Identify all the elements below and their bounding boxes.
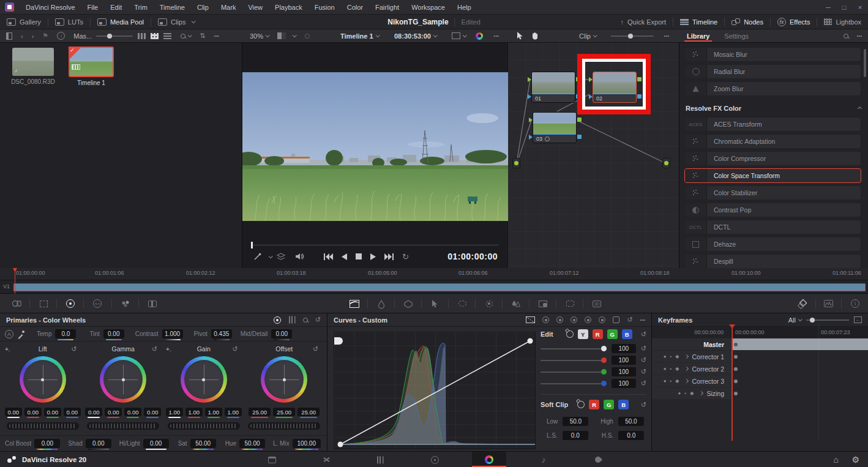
- audio-mute-icon[interactable]: [295, 253, 304, 260]
- hue-vs-sat-icon[interactable]: [556, 316, 563, 323]
- node-01[interactable]: 01: [531, 72, 575, 103]
- curve-edge-handle[interactable]: [334, 337, 343, 345]
- gamma-color-wheel[interactable]: [100, 356, 146, 403]
- sizing-icon[interactable]: [562, 297, 578, 310]
- power-window-icon[interactable]: [400, 297, 416, 310]
- sidebar-toggle-icon[interactable]: [6, 32, 12, 40]
- lift-b-field[interactable]: 0.00: [64, 408, 81, 416]
- list-view-icon[interactable]: [163, 33, 171, 39]
- r-gain-slider[interactable]: [541, 360, 607, 361]
- timeline-ruler[interactable]: 01:00:00:00 01:00:01:06 01:00:02:12 01:0…: [0, 268, 868, 280]
- menu-color[interactable]: Color: [341, 4, 369, 11]
- lift-reset-icon[interactable]: ↺: [71, 345, 77, 353]
- close-button[interactable]: ×: [852, 4, 868, 11]
- media-pool-button[interactable]: Media Pool: [91, 15, 151, 29]
- lift-color-wheel[interactable]: [20, 356, 66, 403]
- curve-custom-icon[interactable]: [526, 316, 535, 323]
- curves-reset-icon[interactable]: ↺: [627, 316, 632, 324]
- library-search-icon[interactable]: [844, 34, 848, 39]
- effect-dehaze[interactable]: Dehaze: [684, 237, 861, 252]
- effect-color-space-transform[interactable]: Color Space Transform: [684, 168, 861, 183]
- clips-button[interactable]: Clips: [151, 15, 201, 29]
- keyframes-filter-select[interactable]: All: [788, 316, 801, 324]
- mid-detail-field[interactable]: 0.00: [271, 329, 292, 338]
- output-node-icon[interactable]: [662, 158, 670, 168]
- color-page-button[interactable]: [472, 452, 506, 467]
- soft-clip-r-button[interactable]: R: [589, 400, 599, 409]
- effect-color-compressor[interactable]: Color Compressor: [684, 151, 861, 166]
- forward-icon[interactable]: ›: [32, 32, 34, 40]
- expand-chevron-icon[interactable]: [684, 354, 689, 359]
- channel-r-button[interactable]: R: [593, 329, 603, 339]
- timeline-panel-button[interactable]: Timeline: [673, 15, 724, 29]
- qualifier-icon[interactable]: [373, 297, 389, 310]
- g-gain-slider[interactable]: [541, 372, 607, 373]
- tab-library[interactable]: Library: [679, 29, 717, 42]
- deliver-page-button[interactable]: [581, 452, 615, 467]
- pointer-tool-icon[interactable]: [517, 32, 523, 40]
- effect-mosaic-blur[interactable]: Mosaic Blur: [684, 47, 861, 62]
- offset-g-field[interactable]: 25.00: [273, 408, 295, 416]
- menu-file[interactable]: File: [81, 4, 105, 11]
- white-balance-picker-icon[interactable]: [17, 331, 24, 338]
- filmstrip-view-icon[interactable]: [138, 33, 146, 39]
- viewer-scrub-bar[interactable]: [251, 245, 499, 245]
- section-collapse-icon[interactable]: [858, 106, 862, 110]
- camera-raw-icon[interactable]: [9, 297, 24, 310]
- effect-despill[interactable]: Despill: [684, 254, 861, 268]
- curve-point-black[interactable]: [338, 442, 343, 447]
- key-palette-icon[interactable]: [535, 297, 551, 310]
- menu-view[interactable]: View: [242, 4, 269, 11]
- color-wheels-icon[interactable]: [62, 297, 78, 310]
- y-gain-field[interactable]: 100: [612, 344, 636, 353]
- node-mode-select[interactable]: Clip: [579, 32, 596, 40]
- search-icon[interactable]: [181, 34, 191, 39]
- menu-edit[interactable]: Edit: [104, 4, 128, 11]
- media-page-button[interactable]: [255, 452, 289, 467]
- offset-b-field[interactable]: 25.00: [297, 408, 320, 416]
- saturation-field[interactable]: 50.00: [190, 439, 216, 448]
- viewer-zoom-select[interactable]: 30%: [250, 32, 269, 40]
- auto-balance-icon[interactable]: A: [5, 330, 13, 338]
- curve-point-white[interactable]: [528, 338, 533, 344]
- keyframes-zoom-slider[interactable]: [806, 319, 849, 321]
- node-03-key-input[interactable]: [529, 135, 533, 140]
- bypass-grades-icon[interactable]: [305, 34, 310, 39]
- offset-reset-icon[interactable]: ↺: [313, 345, 318, 353]
- node-03-key-output[interactable]: [577, 135, 582, 139]
- settings-gear-button[interactable]: ⚙: [851, 455, 859, 465]
- hue-field[interactable]: 50.00: [239, 439, 265, 448]
- soft-clip-reset-icon[interactable]: ↺: [641, 401, 646, 409]
- color-boost-field[interactable]: 0.00: [34, 439, 60, 448]
- gamma-master-dial[interactable]: [87, 422, 159, 430]
- gain-master-dial[interactable]: [168, 422, 240, 430]
- edit-reset-icon[interactable]: ↺: [641, 331, 646, 338]
- menu-fairlight[interactable]: Fairlight: [369, 4, 405, 11]
- hue-vs-lum-icon[interactable]: [571, 316, 577, 323]
- effect-zoom-blur[interactable]: Zoom Blur: [684, 81, 861, 96]
- log-mode-icon[interactable]: [303, 318, 308, 323]
- color-match-icon[interactable]: [36, 297, 51, 310]
- viewer-image[interactable]: [242, 72, 508, 221]
- cloud-icon[interactable]: ↓: [57, 32, 65, 40]
- effect-color-stabilizer[interactable]: Color Stabilizer: [684, 185, 861, 200]
- user-flag-icon[interactable]: ⚑: [42, 32, 48, 40]
- lift-master-dial[interactable]: [7, 422, 79, 430]
- gain-color-wheel[interactable]: [181, 356, 227, 403]
- highlights-field[interactable]: 0.00: [143, 439, 169, 448]
- r-gain-field[interactable]: 100: [612, 356, 636, 365]
- high-softness-field[interactable]: 0.0: [618, 431, 644, 440]
- keyframe-track-corrector2[interactable]: ●▪◆Corrector 2: [652, 363, 868, 375]
- stop-icon[interactable]: [356, 253, 362, 260]
- gain-g-field[interactable]: 1.00: [205, 408, 222, 416]
- lightbox-button[interactable]: Lightbox: [817, 15, 868, 29]
- go-to-start-icon[interactable]: [324, 253, 333, 260]
- soft-clip-low-field[interactable]: 50.0: [563, 417, 588, 426]
- channel-y-button[interactable]: Y: [578, 329, 588, 339]
- node-zoom-slider[interactable]: [611, 35, 654, 37]
- b-gain-field[interactable]: 100: [612, 379, 636, 388]
- thumbnail-view-icon[interactable]: [151, 33, 159, 39]
- gamma-reset-icon[interactable]: ↺: [152, 345, 157, 353]
- gamma-r-field[interactable]: 0.00: [105, 408, 122, 416]
- node-01-key-input[interactable]: [528, 94, 531, 99]
